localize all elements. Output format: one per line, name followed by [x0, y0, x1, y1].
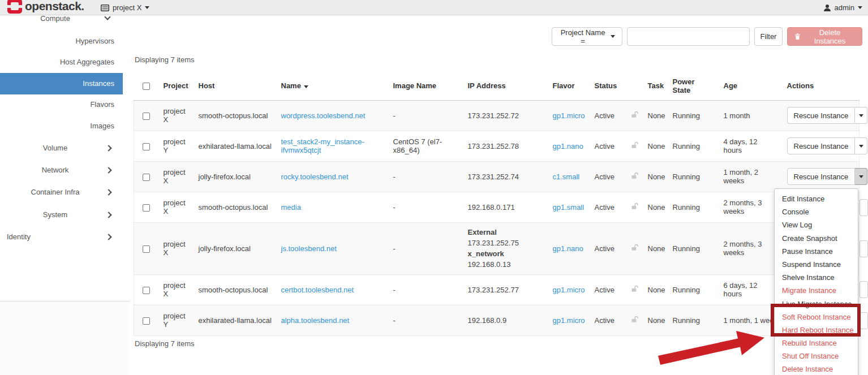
table-row: project X smooth-octopus.local media - 1… [134, 192, 860, 222]
menu-item-hard-reboot-instance[interactable]: Hard Reboot Instance [775, 324, 858, 337]
sidebar-item-images[interactable]: Images [0, 115, 123, 137]
flavor-link[interactable]: gp1.micro [553, 316, 585, 325]
brand-logo: openstack. [7, 0, 84, 14]
column-header-flavor[interactable]: Flavor [548, 72, 590, 100]
menu-item-console[interactable]: Console [775, 205, 858, 218]
instance-name-link[interactable]: wordpress.toolesbend.net [281, 111, 366, 120]
menu-item-edit-instance[interactable]: Edit Instance [775, 192, 858, 205]
column-header-power-state[interactable]: Power State [668, 72, 719, 100]
sidebar-section-volume[interactable]: Volume [0, 137, 123, 159]
flavor-link[interactable]: gp1.nano [553, 244, 583, 253]
search-input[interactable] [627, 27, 750, 46]
row-checkbox[interactable] [143, 317, 150, 325]
sidebar-item-host-aggregates[interactable]: Host Aggregates [0, 51, 123, 73]
sidebar-section-container-infra[interactable]: Container Infra [0, 182, 123, 203]
user-menu-label: admin [835, 3, 854, 12]
flavor-link[interactable]: c1.small [553, 173, 580, 181]
sidebar-section-network[interactable]: Network [0, 160, 123, 181]
sidebar-footer-area [0, 301, 130, 375]
project-switcher[interactable]: project X [101, 0, 149, 15]
unlock-icon [631, 244, 639, 251]
caret-down-icon [145, 6, 149, 9]
sidebar-item-flavors[interactable]: Flavors [0, 94, 123, 115]
menu-item-rebuild-instance[interactable]: Rebuild Instance [775, 337, 858, 350]
menu-item-live-migrate-instance[interactable]: Live Migrate Instance [775, 298, 858, 311]
table-header-row: Project Host Name Image Name IP Address … [134, 72, 860, 100]
column-header-actions: Actions [783, 72, 860, 100]
flavor-link[interactable]: gp1.micro [553, 111, 585, 120]
table-row: project X jolly-firefox.local js.toolesb… [134, 222, 860, 274]
flavor-link[interactable]: gp1.small [553, 203, 585, 212]
menu-item-create-snapshot[interactable]: Create Snapshot [775, 232, 858, 245]
filter-field-selector[interactable]: Project Name = [552, 27, 622, 46]
row-actions: Rescue Instance [787, 107, 868, 124]
chevron-right-icon [105, 212, 111, 218]
column-header-ip-address[interactable]: IP Address [463, 72, 548, 100]
unlock-icon [631, 285, 639, 292]
action-button-fragment[interactable] [860, 240, 868, 257]
row-checkbox[interactable] [143, 204, 150, 212]
table-row: project Y exhilarated-llama.local alpha.… [134, 305, 860, 335]
sidebar-section-identity[interactable]: Identity [0, 226, 123, 248]
row-checkbox[interactable] [143, 245, 150, 253]
menu-item-view-log[interactable]: View Log [775, 218, 858, 231]
caret-down-icon [611, 35, 615, 38]
menu-item-delete-instance[interactable]: Delete Instance [775, 363, 858, 375]
caret-down-icon [858, 6, 862, 9]
actions-dropdown-toggle-open[interactable] [855, 168, 867, 185]
menu-item-pause-instance[interactable]: Pause Instance [775, 245, 858, 258]
row-checkbox[interactable] [143, 143, 150, 150]
rescue-instance-button[interactable]: Rescue Instance [787, 137, 856, 154]
table-row: project X jolly-firefox.local rocky.tool… [134, 161, 860, 192]
openstack-logo-icon [7, 0, 22, 14]
row-checkbox[interactable] [143, 287, 150, 294]
openstack-instances-page: openstack. project X admin Compute [0, 0, 868, 375]
menu-item-migrate-instance[interactable]: Migrate Instance [775, 284, 858, 297]
filter-button[interactable]: Filter [754, 27, 783, 46]
actions-dropdown-toggle[interactable] [855, 137, 867, 154]
column-header-status[interactable]: Status [590, 72, 626, 100]
select-all-checkbox[interactable] [143, 83, 150, 90]
rescue-instance-button[interactable]: Rescue Instance [787, 168, 856, 185]
column-header-name[interactable]: Name [277, 72, 389, 100]
sidebar: Compute Hypervisors Host Aggregates Inst… [0, 15, 130, 301]
actions-dropdown-toggle[interactable] [855, 107, 867, 124]
instance-name-link[interactable]: test_stack2-my_instance-ifvmwx5qtcjt [281, 137, 364, 154]
action-button-fragment[interactable] [860, 312, 868, 329]
list-icon [101, 5, 109, 11]
action-button-fragment[interactable] [860, 281, 868, 298]
menu-item-shelve-instance[interactable]: Shelve Instance [775, 271, 858, 284]
column-header-image-name[interactable]: Image Name [389, 72, 463, 100]
sidebar-item-instances[interactable]: Instances [0, 73, 123, 94]
unlock-icon [631, 141, 639, 149]
rescue-instance-button[interactable]: Rescue Instance [787, 107, 856, 124]
sidebar-item-hypervisors[interactable]: Hypervisors [0, 31, 123, 52]
row-actions: Rescue Instance [787, 168, 868, 185]
instance-name-link[interactable]: js.toolesbend.net [281, 244, 337, 253]
chevron-right-icon [105, 189, 111, 195]
menu-item-soft-reboot-instance[interactable]: Soft Reboot Instance [775, 311, 858, 324]
column-header-age[interactable]: Age [719, 72, 783, 100]
menu-item-shut-off-instance[interactable]: Shut Off Instance [775, 350, 858, 363]
menu-item-suspend-instance[interactable]: Suspend Instance [775, 258, 858, 271]
instance-name-link[interactable]: alpha.toolesbend.net [281, 316, 350, 325]
sidebar-section-system[interactable]: System [0, 204, 123, 226]
user-menu[interactable]: admin [823, 0, 862, 15]
instance-name-link[interactable]: media [281, 203, 301, 212]
instances-table: Project Host Name Image Name IP Address … [134, 72, 860, 336]
flavor-link[interactable]: gp1.micro [553, 286, 585, 294]
instance-name-link[interactable]: certbot.toolesbend.net [281, 286, 354, 294]
action-button-fragment[interactable] [860, 199, 868, 216]
items-count-top: Displaying 7 items [135, 55, 195, 64]
delete-instances-button[interactable]: Delete Instances [787, 27, 862, 46]
ip-address-multiline: External 173.231.252.75 x_network 192.16… [463, 222, 548, 274]
items-count-bottom: Displaying 7 items [135, 339, 195, 348]
row-checkbox[interactable] [143, 174, 150, 181]
column-header-host[interactable]: Host [194, 72, 277, 100]
row-checkbox[interactable] [143, 113, 150, 120]
instance-name-link[interactable]: rocky.toolesbend.net [281, 173, 349, 181]
column-header-project[interactable]: Project [159, 72, 194, 100]
flavor-link[interactable]: gp1.nano [553, 142, 583, 150]
column-header-task[interactable]: Task [643, 72, 668, 100]
chevron-right-icon [105, 145, 111, 151]
